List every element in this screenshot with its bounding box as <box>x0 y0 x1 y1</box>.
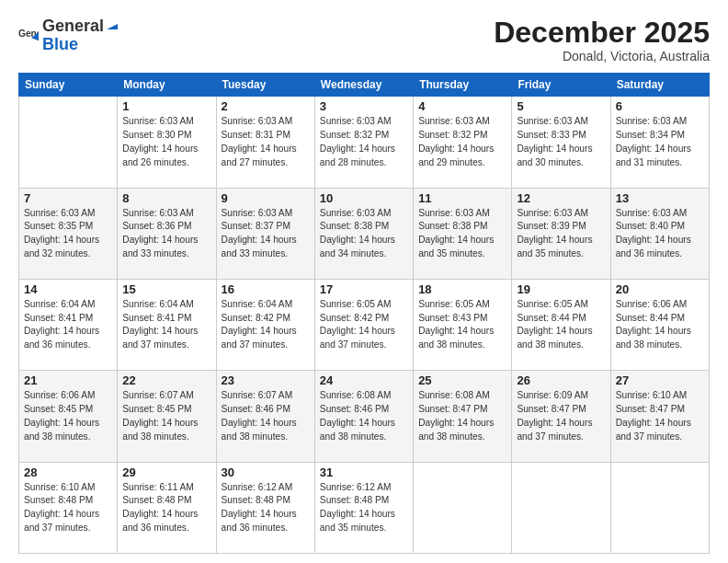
table-row: 18Sunrise: 6:05 AM Sunset: 8:43 PM Dayli… <box>414 279 512 370</box>
table-row: 1Sunrise: 6:03 AM Sunset: 8:30 PM Daylig… <box>118 97 216 188</box>
day-number: 5 <box>517 99 605 113</box>
day-info: Sunrise: 6:03 AM Sunset: 8:39 PM Dayligh… <box>517 207 605 261</box>
table-row: 31Sunrise: 6:12 AM Sunset: 8:48 PM Dayli… <box>314 462 413 553</box>
day-info: Sunrise: 6:08 AM Sunset: 8:47 PM Dayligh… <box>418 389 506 443</box>
table-row: 26Sunrise: 6:09 AM Sunset: 8:47 PM Dayli… <box>512 371 610 462</box>
day-info: Sunrise: 6:07 AM Sunset: 8:45 PM Dayligh… <box>122 389 210 443</box>
day-info: Sunrise: 6:08 AM Sunset: 8:46 PM Dayligh… <box>320 389 408 443</box>
day-number: 2 <box>222 99 310 113</box>
day-number: 6 <box>616 99 704 113</box>
day-info: Sunrise: 6:03 AM Sunset: 8:31 PM Dayligh… <box>222 115 310 169</box>
day-info: Sunrise: 6:10 AM Sunset: 8:47 PM Dayligh… <box>616 389 704 443</box>
day-info: Sunrise: 6:03 AM Sunset: 8:30 PM Dayligh… <box>122 115 210 169</box>
calendar-week-2: 7Sunrise: 6:03 AM Sunset: 8:35 PM Daylig… <box>19 188 710 279</box>
logo-blue-text: Blue <box>42 36 119 54</box>
table-row: 11Sunrise: 6:03 AM Sunset: 8:38 PM Dayli… <box>414 188 512 279</box>
day-number: 20 <box>616 282 704 296</box>
day-number: 4 <box>418 99 506 113</box>
logo-icon: General <box>18 25 39 45</box>
calendar-title: December 2025 <box>494 17 710 49</box>
col-saturday: Saturday <box>610 74 709 97</box>
table-row: 14Sunrise: 6:04 AM Sunset: 8:41 PM Dayli… <box>19 279 118 370</box>
page: General General Blue December 2025 Donal… <box>0 0 728 563</box>
day-info: Sunrise: 6:03 AM Sunset: 8:32 PM Dayligh… <box>320 115 408 169</box>
day-info: Sunrise: 6:11 AM Sunset: 8:48 PM Dayligh… <box>122 481 210 535</box>
day-number: 16 <box>222 282 310 296</box>
day-number: 15 <box>122 282 210 296</box>
day-number: 12 <box>517 191 605 205</box>
table-row: 17Sunrise: 6:05 AM Sunset: 8:42 PM Dayli… <box>314 279 413 370</box>
table-row: 19Sunrise: 6:05 AM Sunset: 8:44 PM Dayli… <box>512 279 610 370</box>
day-info: Sunrise: 6:12 AM Sunset: 8:48 PM Dayligh… <box>222 481 310 535</box>
calendar-week-1: 1Sunrise: 6:03 AM Sunset: 8:30 PM Daylig… <box>19 97 710 188</box>
day-number: 8 <box>122 191 210 205</box>
calendar-subtitle: Donald, Victoria, Australia <box>494 49 710 63</box>
table-row: 6Sunrise: 6:03 AM Sunset: 8:34 PM Daylig… <box>610 97 709 188</box>
col-wednesday: Wednesday <box>314 74 413 97</box>
table-row: 28Sunrise: 6:10 AM Sunset: 8:48 PM Dayli… <box>19 462 118 553</box>
day-number: 30 <box>222 465 310 479</box>
table-row: 13Sunrise: 6:03 AM Sunset: 8:40 PM Dayli… <box>610 188 709 279</box>
day-number: 25 <box>418 373 506 387</box>
logo-arrow-icon <box>105 17 119 31</box>
day-info: Sunrise: 6:09 AM Sunset: 8:47 PM Dayligh… <box>517 389 605 443</box>
table-row <box>610 462 709 553</box>
day-info: Sunrise: 6:12 AM Sunset: 8:48 PM Dayligh… <box>320 481 408 535</box>
table-row: 3Sunrise: 6:03 AM Sunset: 8:32 PM Daylig… <box>314 97 413 188</box>
day-number: 21 <box>24 373 112 387</box>
day-info: Sunrise: 6:05 AM Sunset: 8:42 PM Dayligh… <box>320 298 408 352</box>
day-number: 17 <box>320 282 408 296</box>
day-number: 23 <box>222 373 310 387</box>
day-info: Sunrise: 6:05 AM Sunset: 8:43 PM Dayligh… <box>418 298 506 352</box>
day-number: 24 <box>320 373 408 387</box>
table-row: 8Sunrise: 6:03 AM Sunset: 8:36 PM Daylig… <box>118 188 216 279</box>
col-monday: Monday <box>118 74 216 97</box>
day-number: 18 <box>418 282 506 296</box>
day-info: Sunrise: 6:06 AM Sunset: 8:45 PM Dayligh… <box>24 389 112 443</box>
day-info: Sunrise: 6:03 AM Sunset: 8:37 PM Dayligh… <box>222 207 310 261</box>
calendar-week-3: 14Sunrise: 6:04 AM Sunset: 8:41 PM Dayli… <box>19 279 710 370</box>
col-tuesday: Tuesday <box>216 74 314 97</box>
table-row: 23Sunrise: 6:07 AM Sunset: 8:46 PM Dayli… <box>216 371 314 462</box>
table-row: 12Sunrise: 6:03 AM Sunset: 8:39 PM Dayli… <box>512 188 610 279</box>
day-info: Sunrise: 6:06 AM Sunset: 8:44 PM Dayligh… <box>616 298 704 352</box>
table-row: 5Sunrise: 6:03 AM Sunset: 8:33 PM Daylig… <box>512 97 610 188</box>
calendar-week-5: 28Sunrise: 6:10 AM Sunset: 8:48 PM Dayli… <box>19 462 710 553</box>
day-number: 14 <box>24 282 112 296</box>
table-row: 29Sunrise: 6:11 AM Sunset: 8:48 PM Dayli… <box>118 462 216 553</box>
day-info: Sunrise: 6:03 AM Sunset: 8:36 PM Dayligh… <box>122 207 210 261</box>
day-number: 9 <box>222 191 310 205</box>
table-row: 9Sunrise: 6:03 AM Sunset: 8:37 PM Daylig… <box>216 188 314 279</box>
table-row: 20Sunrise: 6:06 AM Sunset: 8:44 PM Dayli… <box>610 279 709 370</box>
day-number: 3 <box>320 99 408 113</box>
table-row <box>512 462 610 553</box>
day-info: Sunrise: 6:03 AM Sunset: 8:40 PM Dayligh… <box>616 207 704 261</box>
day-info: Sunrise: 6:05 AM Sunset: 8:44 PM Dayligh… <box>517 298 605 352</box>
day-number: 28 <box>24 465 112 479</box>
day-number: 7 <box>24 191 112 205</box>
table-row: 7Sunrise: 6:03 AM Sunset: 8:35 PM Daylig… <box>19 188 118 279</box>
col-thursday: Thursday <box>414 74 512 97</box>
day-number: 11 <box>418 191 506 205</box>
day-number: 1 <box>122 99 210 113</box>
day-number: 27 <box>616 373 704 387</box>
svg-marker-2 <box>107 24 118 29</box>
table-row: 15Sunrise: 6:04 AM Sunset: 8:41 PM Dayli… <box>118 279 216 370</box>
day-info: Sunrise: 6:03 AM Sunset: 8:34 PM Dayligh… <box>616 115 704 169</box>
table-row <box>19 97 118 188</box>
day-info: Sunrise: 6:03 AM Sunset: 8:38 PM Dayligh… <box>320 207 408 261</box>
table-row: 2Sunrise: 6:03 AM Sunset: 8:31 PM Daylig… <box>216 97 314 188</box>
calendar-table: Sunday Monday Tuesday Wednesday Thursday… <box>18 73 710 554</box>
day-number: 19 <box>517 282 605 296</box>
table-row: 27Sunrise: 6:10 AM Sunset: 8:47 PM Dayli… <box>610 371 709 462</box>
day-info: Sunrise: 6:10 AM Sunset: 8:48 PM Dayligh… <box>24 481 112 535</box>
col-sunday: Sunday <box>19 74 118 97</box>
day-number: 22 <box>122 373 210 387</box>
calendar-header-row: Sunday Monday Tuesday Wednesday Thursday… <box>19 74 710 97</box>
day-info: Sunrise: 6:03 AM Sunset: 8:32 PM Dayligh… <box>418 115 506 169</box>
day-number: 10 <box>320 191 408 205</box>
table-row <box>414 462 512 553</box>
table-row: 4Sunrise: 6:03 AM Sunset: 8:32 PM Daylig… <box>414 97 512 188</box>
header: General General Blue December 2025 Donal… <box>18 17 710 63</box>
day-info: Sunrise: 6:03 AM Sunset: 8:35 PM Dayligh… <box>24 207 112 261</box>
